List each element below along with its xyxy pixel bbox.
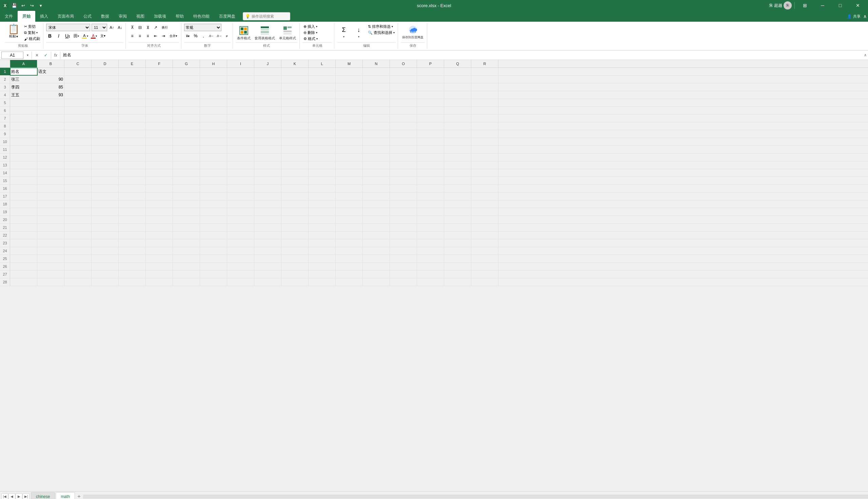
comma-btn[interactable]: , [200,32,207,40]
cell-m16[interactable] [336,185,363,192]
cell-d6[interactable] [91,107,119,114]
cell-d10[interactable] [91,138,119,145]
cell-d26[interactable] [91,263,119,270]
cell-i15[interactable] [227,177,254,184]
save-quick-btn[interactable]: 💾 [10,1,18,10]
cell-o27[interactable] [390,270,417,278]
delete-cell-btn[interactable]: ⊖ 删除▾ [303,30,318,36]
col-header-n[interactable]: N [363,60,390,68]
cell-a15[interactable] [10,177,37,184]
cell-d9[interactable] [91,130,119,138]
cell-p26[interactable] [417,263,444,270]
formula-expand-right[interactable]: ∧ [864,53,867,57]
sheet-tab-math[interactable]: math [56,492,75,499]
cell-a5[interactable] [10,99,37,107]
cell-o11[interactable] [390,146,417,153]
col-header-g[interactable]: G [173,60,200,68]
tab-special[interactable]: 特色功能 [188,11,214,22]
layout-btn[interactable]: ⊞ [797,0,812,11]
col-header-d[interactable]: D [91,60,119,68]
cell-c3[interactable] [64,83,91,91]
cell-g26[interactable] [173,263,200,270]
cell-k2[interactable] [281,76,308,83]
cell-r28[interactable] [471,278,498,286]
cell-k16[interactable] [281,185,308,192]
cell-n17[interactable] [363,193,390,200]
close-btn[interactable]: ✕ [851,0,865,11]
cell-l17[interactable] [308,193,336,200]
cell-b18[interactable] [37,200,64,208]
cell-c5[interactable] [64,99,91,107]
cell-o13[interactable] [390,161,417,169]
cell-r23[interactable] [471,239,498,247]
redo-quick-btn[interactable]: ↪ [28,1,36,10]
cell-m24[interactable] [336,247,363,255]
cell-k22[interactable] [281,232,308,239]
cell-b15[interactable] [37,177,64,184]
cell-q19[interactable] [444,208,471,216]
col-header-p[interactable]: P [417,60,444,68]
bold-button[interactable]: B [46,32,53,40]
row-number-28[interactable]: 28 [0,278,10,286]
insert-cell-btn[interactable]: ⊕ 插入▾ [303,24,318,29]
cell-l20[interactable] [308,216,336,223]
cell-n7[interactable] [363,114,390,122]
cell-p6[interactable] [417,107,444,114]
currency-btn[interactable]: ¥▾ [184,32,192,40]
cell-e13[interactable] [119,161,146,169]
cell-n18[interactable] [363,200,390,208]
cell-f4[interactable] [146,91,173,99]
cell-f22[interactable] [146,232,173,239]
col-header-q[interactable]: Q [444,60,471,68]
tab-baidu[interactable]: 百度网盘 [214,11,240,22]
cell-n6[interactable] [363,107,390,114]
cell-k11[interactable] [281,146,308,153]
align-middle-btn[interactable]: ⊟ [136,24,144,31]
cell-f21[interactable] [146,224,173,231]
cell-k7[interactable] [281,114,308,122]
col-header-a[interactable]: A [10,60,37,68]
row-number-27[interactable]: 27 [0,270,10,278]
cell-f23[interactable] [146,239,173,247]
cell-e3[interactable] [119,83,146,91]
cell-n10[interactable] [363,138,390,145]
sheet-next-btn[interactable]: ▶ [16,493,22,499]
cell-p3[interactable] [417,83,444,91]
cell-d13[interactable] [91,161,119,169]
cell-g1[interactable] [173,68,200,75]
row-number-21[interactable]: 21 [0,224,10,231]
col-header-e[interactable]: E [119,60,146,68]
cell-f10[interactable] [146,138,173,145]
cell-b24[interactable] [37,247,64,255]
row-number-18[interactable]: 18 [0,200,10,208]
italic-button[interactable]: I [55,32,62,40]
cell-b13[interactable] [37,161,64,169]
cell-n27[interactable] [363,270,390,278]
decrease-indent-btn[interactable]: ⇤ [152,32,159,40]
cell-p4[interactable] [417,91,444,99]
cell-f28[interactable] [146,278,173,286]
cell-b4[interactable]: 93 [37,91,64,99]
cell-o24[interactable] [390,247,417,255]
cell-m22[interactable] [336,232,363,239]
cell-q4[interactable] [444,91,471,99]
cell-b1[interactable]: 语文 [37,68,64,75]
cell-f25[interactable] [146,255,173,263]
cell-b17[interactable] [37,193,64,200]
cell-l5[interactable] [308,99,336,107]
cell-h9[interactable] [200,130,227,138]
cell-r13[interactable] [471,161,498,169]
cell-r8[interactable] [471,122,498,130]
cell-l15[interactable] [308,177,336,184]
cell-o14[interactable] [390,169,417,177]
cell-o1[interactable] [390,68,417,75]
cell-e21[interactable] [119,224,146,231]
row-number-5[interactable]: 5 [0,99,10,107]
cell-o28[interactable] [390,278,417,286]
cell-e28[interactable] [119,278,146,286]
cell-l7[interactable] [308,114,336,122]
cell-b7[interactable] [37,114,64,122]
sort-filter-btn[interactable]: ⇅ 排序和筛选▾ [367,24,396,29]
cell-j16[interactable] [254,185,281,192]
cell-r9[interactable] [471,130,498,138]
